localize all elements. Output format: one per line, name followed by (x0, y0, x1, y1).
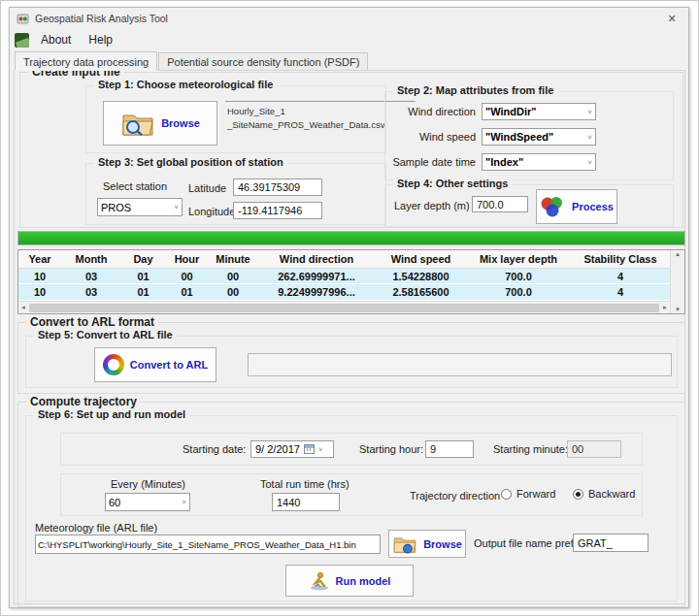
tab-trajectory-data-processing[interactable]: Trajectory data processing (15, 51, 157, 71)
total-run-time-input[interactable] (272, 493, 340, 511)
backward-radio[interactable]: Backward (573, 488, 635, 500)
process-progress-fill (18, 232, 684, 244)
longitude-label: Longitude (188, 206, 235, 217)
convert-to-arl-button[interactable]: Convert to ARL (94, 347, 216, 382)
browse-met-file-button[interactable]: Browse (103, 101, 217, 146)
output-prefix-label: Output file name prefix (474, 537, 582, 549)
menu-bar: About Help (10, 29, 688, 50)
station-value: PROS (101, 202, 172, 213)
table-cell: 00 (165, 271, 209, 282)
wind-direction-value: "WindDir" (485, 106, 585, 117)
sample-date-time-value: "Index" (485, 156, 585, 168)
column-header[interactable]: Mix layer depth (466, 253, 571, 265)
forward-radio-label: Forward (516, 488, 555, 500)
scroll-right-icon[interactable]: ► (662, 305, 668, 310)
starting-minute-label: Starting minute: (493, 443, 568, 455)
column-header[interactable]: Wind direction (257, 253, 376, 265)
run-model-button[interactable]: Run model (285, 565, 414, 597)
step1-title: Step 1: Choose meteorological file (94, 79, 277, 90)
column-header[interactable]: Wind speed (376, 253, 466, 265)
tab-psdf[interactable]: Potential source density function (PSDF) (158, 52, 368, 71)
sample-date-time-combobox[interactable]: "Index" ˅ (482, 153, 596, 171)
wind-direction-label: Wind direction (384, 106, 476, 117)
wind-speed-label: Wind speed (384, 131, 476, 143)
table-cell: 00 (209, 271, 257, 282)
color-ring-icon (103, 354, 124, 375)
wind-speed-combobox[interactable]: "WindSpeed" ˅ (482, 128, 596, 146)
column-header[interactable]: Day (121, 253, 165, 265)
run-model-label: Run model (336, 575, 391, 587)
table-cell: 2.58165600 (376, 286, 466, 298)
close-icon: ✕ (667, 13, 676, 25)
column-header[interactable]: Stability Class (571, 253, 670, 265)
vertical-scrollbar[interactable]: ▲ ▼ (670, 250, 684, 313)
table-cell: 03 (61, 286, 121, 298)
column-header[interactable]: Minute (209, 253, 257, 265)
folder-search-icon (120, 110, 155, 138)
chevron-down-icon: ˅ (182, 498, 186, 506)
window-title: Geospatial Risk Analysis Tool (35, 13, 168, 24)
app-window: Geospatial Risk Analysis Tool ✕ About He… (9, 7, 689, 608)
latitude-input[interactable] (233, 178, 322, 196)
menu-about[interactable]: About (32, 31, 80, 49)
browse-arl-file-button[interactable]: Browse (388, 530, 466, 558)
every-minutes-label: Every (Minutes) (111, 478, 185, 490)
column-header[interactable]: Hour (165, 253, 209, 265)
tab-strip: Trajectory data processing Potential sou… (15, 52, 369, 71)
met-arl-file-label: Meteorology file (ARL file) (35, 522, 157, 534)
scroll-left-icon[interactable]: ◄ (20, 305, 26, 310)
step4-title: Step 4: Other settings (393, 178, 512, 189)
every-minutes-combobox[interactable]: 60 ˅ (105, 493, 190, 511)
table-cell: 4 (571, 286, 670, 298)
table-cell: 01 (121, 286, 165, 298)
app-icon (17, 13, 29, 25)
table-cell: 01 (165, 286, 209, 298)
table-cell: 9.2249997996... (257, 286, 376, 298)
starting-date-label: Starting date: (183, 443, 246, 455)
menu-help[interactable]: Help (80, 31, 121, 49)
convert-progress-bar (248, 353, 672, 376)
starting-hour-label: Starting hour: (359, 443, 423, 455)
process-label: Process (572, 201, 614, 212)
table-cell: 700.0 (466, 271, 571, 282)
column-header[interactable]: Year (18, 253, 61, 265)
met-arl-file-input[interactable] (35, 535, 381, 554)
process-button[interactable]: Process (536, 189, 617, 224)
station-combobox[interactable]: PROS ˅ (97, 198, 183, 216)
longitude-input[interactable] (233, 202, 322, 219)
step5-title: Step 5: Convert to ARL file (34, 329, 177, 340)
select-station-label: Select station (103, 180, 167, 192)
wind-speed-value: "WindSpeed" (485, 131, 585, 143)
table-cell: 10 (18, 271, 61, 282)
wind-direction-combobox[interactable]: "WindDir" ˅ (482, 103, 596, 120)
starting-date-picker[interactable]: 9/ 2/2017 ˅ (250, 440, 334, 458)
process-progress-bar (17, 231, 685, 245)
calendar-icon (304, 444, 315, 454)
browse-met-file-label: Browse (161, 117, 200, 129)
table-cell: 01 (121, 271, 165, 282)
weather-data-table: Year Month Day Hour Minute Wind directio… (17, 249, 685, 314)
backward-radio-label: Backward (588, 488, 635, 500)
layer-depth-input[interactable] (472, 196, 528, 212)
horizontal-scroll-thumb[interactable] (29, 304, 659, 312)
group-convert-arl-title: Convert to ARL format (26, 315, 158, 329)
title-bar[interactable]: Geospatial Risk Analysis Tool ✕ (10, 8, 688, 29)
starting-hour-input[interactable] (425, 440, 474, 458)
table-row[interactable]: 10 03 01 00 00 262.69999971... 1.5422880… (18, 269, 670, 285)
table-cell: 262.69999971... (257, 271, 376, 282)
horizontal-scrollbar[interactable]: ◄ ► (18, 301, 670, 313)
table-header-row: Year Month Day Hour Minute Wind directio… (18, 250, 670, 269)
scroll-up-icon[interactable]: ▲ (675, 251, 681, 257)
output-prefix-input[interactable] (573, 534, 649, 552)
forward-radio[interactable]: Forward (501, 488, 555, 500)
close-button[interactable]: ✕ (655, 8, 688, 29)
scroll-down-icon[interactable]: ▼ (675, 307, 681, 312)
column-header[interactable]: Month (61, 253, 121, 265)
table-main: Year Month Day Hour Minute Wind directio… (18, 250, 670, 313)
starting-minute-input[interactable] (567, 440, 621, 458)
folder-open-icon (392, 534, 417, 555)
table-row[interactable]: 10 03 01 01 00 9.2249997996... 2.5816560… (18, 284, 670, 301)
sample-date-time-label: Sample date time (384, 156, 476, 168)
convert-to-arl-label: Convert to ARL (130, 359, 208, 371)
table-cell: 700.0 (466, 286, 571, 298)
